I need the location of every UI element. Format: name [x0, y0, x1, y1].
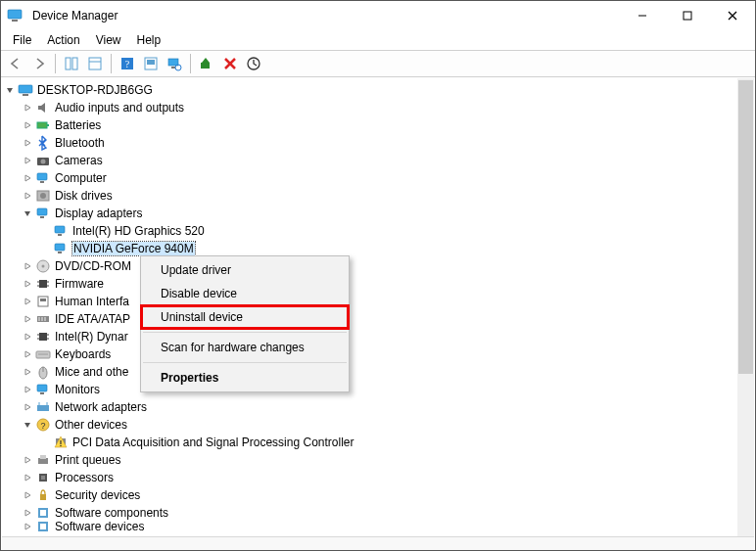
- content-area: DESKTOP-RDJB6GGAudio inputs and outputsB…: [2, 78, 754, 536]
- keyboard-icon: [35, 346, 51, 362]
- tree-item[interactable]: Display adapters: [2, 205, 737, 222]
- tree-twisty[interactable]: [20, 329, 35, 344]
- maximize-button[interactable]: [665, 1, 710, 30]
- scrollbar-thumb[interactable]: [738, 80, 753, 374]
- tree-twisty[interactable]: [20, 311, 35, 327]
- ctx-update-driver[interactable]: Update driver: [141, 258, 349, 282]
- tree-item[interactable]: Batteries: [2, 116, 737, 134]
- tree-item[interactable]: Cameras: [2, 152, 737, 169]
- tree-twisty[interactable]: [20, 294, 35, 309]
- tree-twisty[interactable]: [20, 452, 35, 468]
- forward-button[interactable]: [28, 53, 50, 74]
- context-menu: Update driver Disable device Uninstall d…: [140, 255, 350, 392]
- toolbar-icon[interactable]: [140, 53, 162, 74]
- update-driver-button[interactable]: [243, 53, 264, 74]
- tree-twisty[interactable]: [20, 399, 35, 415]
- tree-item[interactable]: Human Interfa: [2, 293, 737, 310]
- tree-item[interactable]: Intel(R) Dynar: [2, 328, 737, 345]
- software-icon: [35, 505, 51, 521]
- tree-item[interactable]: Intel(R) HD Graphics 520: [2, 222, 737, 240]
- tree-item[interactable]: NVIDIA GeForce 940M: [2, 240, 737, 257]
- tree-twisty[interactable]: [20, 100, 35, 115]
- tree-item[interactable]: DVD/CD-ROM: [2, 257, 737, 275]
- uninstall-device-button[interactable]: [219, 53, 241, 74]
- tree-twisty[interactable]: [20, 487, 35, 503]
- bluetooth-icon: [35, 135, 51, 151]
- app-icon: [7, 8, 23, 23]
- vertical-scrollbar[interactable]: [737, 78, 754, 536]
- tree-item[interactable]: Keyboards: [2, 345, 737, 363]
- tree-twisty[interactable]: [20, 206, 35, 221]
- tree-item[interactable]: Software devices: [2, 522, 737, 531]
- tree-item[interactable]: IDE ATA/ATAP: [2, 310, 737, 328]
- toolbar: ?: [1, 50, 755, 77]
- dvd-icon: [35, 258, 51, 274]
- tree-item-label: Cameras: [55, 154, 103, 167]
- tree-item[interactable]: Security devices: [2, 486, 737, 504]
- tree-item[interactable]: Computer: [2, 169, 737, 187]
- tree-item[interactable]: ?Other devices: [2, 416, 737, 434]
- tree-twisty[interactable]: [20, 346, 35, 362]
- show-hide-tree-button[interactable]: [61, 53, 82, 74]
- ctx-uninstall-device[interactable]: Uninstall device: [141, 305, 349, 329]
- ctx-scan-hardware[interactable]: Scan for hardware changes: [141, 336, 349, 359]
- svg-text:?: ?: [125, 59, 130, 69]
- toolbar-separator: [55, 54, 56, 73]
- back-button[interactable]: [5, 53, 26, 74]
- ctx-disable-device[interactable]: Disable device: [141, 282, 349, 305]
- tree-item-label: Bluetooth: [55, 136, 105, 150]
- svg-rect-27: [37, 173, 47, 180]
- tree-twisty[interactable]: [2, 82, 18, 98]
- svg-point-38: [42, 265, 45, 268]
- ctx-properties[interactable]: Properties: [141, 366, 349, 390]
- tree-twisty[interactable]: [20, 258, 35, 274]
- tree-twisty[interactable]: [20, 522, 35, 531]
- menu-help[interactable]: Help: [129, 31, 169, 49]
- tree-item[interactable]: Network adapters: [2, 398, 737, 416]
- tree-item[interactable]: PCI Data Acquisition and Signal Processi…: [2, 434, 737, 451]
- toolbar-separator: [111, 54, 112, 73]
- close-button[interactable]: [710, 1, 755, 30]
- menu-view[interactable]: View: [88, 31, 129, 49]
- software-icon: [35, 522, 51, 531]
- tree-item[interactable]: Processors: [2, 469, 737, 486]
- tree-twisty[interactable]: [20, 117, 35, 133]
- tree-item[interactable]: Firmware: [2, 275, 737, 293]
- tree-item[interactable]: Print queues: [2, 451, 737, 469]
- menu-file[interactable]: File: [5, 31, 39, 49]
- enable-device-button[interactable]: [196, 53, 217, 74]
- tree-twisty[interactable]: [20, 188, 35, 204]
- tree-item-label: Keyboards: [55, 347, 111, 361]
- tree-twisty[interactable]: [20, 170, 35, 186]
- device-tree[interactable]: DESKTOP-RDJB6GGAudio inputs and outputsB…: [2, 78, 737, 536]
- tree-twisty[interactable]: [20, 153, 35, 168]
- tree-twisty[interactable]: [20, 276, 35, 292]
- tree-item[interactable]: Mice and othe: [2, 363, 737, 381]
- minimize-button[interactable]: [620, 1, 665, 30]
- tree-twisty[interactable]: [20, 135, 35, 151]
- tree-twisty[interactable]: [20, 505, 35, 521]
- ctx-separator: [143, 362, 347, 363]
- tree-item[interactable]: Audio inputs and outputs: [2, 99, 737, 116]
- help-button[interactable]: ?: [117, 53, 138, 74]
- tree-twisty[interactable]: [20, 382, 35, 397]
- tree-item-label: Processors: [55, 471, 114, 484]
- tree-twisty[interactable]: [20, 470, 35, 485]
- tree-item[interactable]: Software components: [2, 504, 737, 522]
- monitor-icon: [35, 206, 51, 221]
- svg-rect-73: [40, 494, 46, 500]
- scan-hardware-button[interactable]: [164, 53, 185, 74]
- warn-icon: [53, 435, 69, 450]
- svg-rect-15: [171, 67, 175, 69]
- tree-item[interactable]: Disk drives: [2, 187, 737, 205]
- tree-item[interactable]: Monitors: [2, 381, 737, 398]
- tree-item-label: Mice and othe: [55, 365, 128, 379]
- tree-item-label: Other devices: [55, 418, 127, 432]
- menu-action[interactable]: Action: [39, 31, 87, 49]
- tree-twisty[interactable]: [20, 417, 35, 433]
- tree-root[interactable]: DESKTOP-RDJB6GG: [2, 81, 737, 99]
- svg-rect-21: [19, 85, 32, 93]
- properties-button[interactable]: [84, 53, 106, 74]
- tree-twisty[interactable]: [20, 364, 35, 380]
- tree-item[interactable]: Bluetooth: [2, 134, 737, 152]
